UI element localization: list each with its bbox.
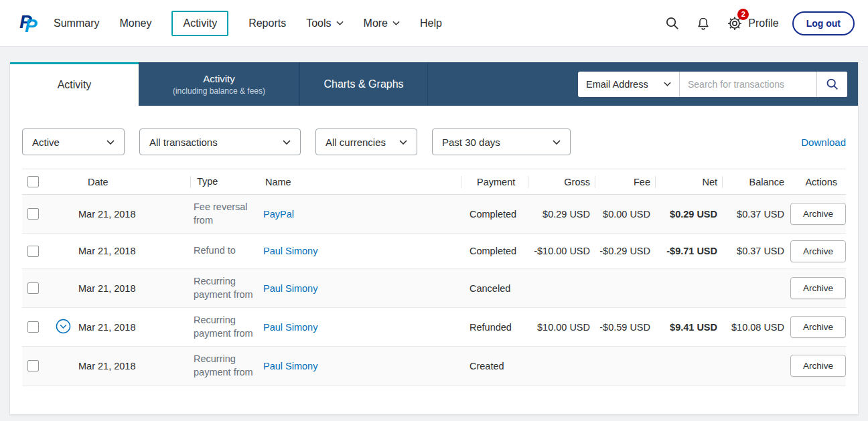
chevron-down-icon: [399, 140, 407, 145]
row-type: Recurring payment from: [191, 353, 261, 379]
row-payment-status: Completed: [461, 209, 528, 220]
tab-charts-graphs[interactable]: Charts & Graphs: [299, 62, 428, 106]
chevron-down-icon: [106, 140, 115, 145]
table-body: Mar 21, 2018 Fee reversal from PayPal Co…: [22, 195, 846, 386]
table-row: Mar 21, 2018 Fee reversal from PayPal Co…: [22, 195, 846, 234]
transaction-type-dropdown[interactable]: All transactions: [139, 129, 301, 155]
select-all-checkbox[interactable]: [27, 176, 39, 187]
row-fee: $0.00 USD: [595, 209, 656, 220]
profile-link[interactable]: Profile: [748, 17, 778, 29]
currency-filter-value: All currencies: [326, 137, 386, 148]
currency-filter-dropdown[interactable]: All currencies: [315, 129, 417, 155]
tab-activity-fees-sublabel: (including balance & fees): [173, 86, 265, 96]
nav-item-more[interactable]: More: [364, 17, 400, 29]
chevron-down-icon: [553, 140, 561, 145]
col-header-net: Net: [656, 177, 723, 187]
expand-row-icon[interactable]: [56, 319, 71, 334]
col-header-actions: Actions: [790, 177, 846, 187]
archive-button[interactable]: Archive: [790, 203, 846, 225]
chevron-down-icon: [664, 82, 671, 86]
row-name-link[interactable]: Paul Simony: [263, 322, 317, 333]
row-name-link[interactable]: PayPal: [263, 209, 294, 220]
nav-item-summary[interactable]: Summary: [54, 17, 99, 29]
row-name-link[interactable]: Paul Simony: [263, 361, 317, 371]
activity-tabbar: Activity Activity (including balance & f…: [10, 62, 858, 106]
paypal-logo-icon[interactable]: P P: [19, 11, 42, 36]
row-checkbox[interactable]: [27, 208, 39, 220]
transactions-table: Date Type Name Payment Gross Fee Net Bal…: [22, 169, 846, 386]
archive-button[interactable]: Archive: [790, 316, 846, 338]
nav-item-tools[interactable]: Tools: [306, 17, 343, 29]
row-gross: $10.00 USD: [528, 322, 595, 333]
transaction-search-input[interactable]: [680, 72, 816, 97]
search-icon[interactable]: [663, 14, 681, 32]
col-header-balance: Balance: [723, 177, 790, 187]
row-checkbox[interactable]: [27, 360, 39, 371]
row-net: $0.29 USD: [656, 209, 723, 220]
table-row: Mar 21, 2018 Refund to Paul Simony Compl…: [22, 234, 846, 269]
archive-button[interactable]: Archive: [790, 355, 846, 377]
chevron-down-icon: [336, 21, 344, 25]
transaction-search-button[interactable]: [816, 72, 847, 97]
tab-activity[interactable]: Activity: [10, 62, 139, 106]
col-header-gross: Gross: [528, 177, 595, 187]
table-row: Mar 21, 2018 Recurring payment from Paul…: [22, 308, 846, 347]
search-field-selector-label: Email Address: [586, 79, 648, 90]
logout-button[interactable]: Log out: [792, 11, 855, 35]
tab-activity-fees-label: Activity: [203, 73, 235, 84]
tab-charts-label: Charts & Graphs: [323, 78, 403, 90]
row-balance: $10.08 USD: [723, 322, 790, 333]
row-gross: $0.29 USD: [528, 209, 595, 220]
chevron-down-icon: [283, 140, 291, 145]
search-field-selector[interactable]: Email Address: [578, 72, 680, 97]
notification-badge: 2: [737, 9, 749, 20]
transaction-type-value: All transactions: [149, 137, 218, 148]
nav-item-activity[interactable]: Activity: [171, 11, 228, 36]
nav-item-more-label: More: [364, 17, 388, 29]
date-range-dropdown[interactable]: Past 30 days: [432, 129, 571, 155]
transaction-search-group: Email Address: [578, 72, 847, 97]
download-link[interactable]: Download: [801, 137, 846, 148]
filter-bar: Active All transactions All currencies P…: [10, 106, 858, 155]
row-type: Recurring payment from: [191, 275, 261, 301]
row-date: Mar 21, 2018: [76, 246, 191, 256]
nav-item-tools-label: Tools: [306, 17, 331, 29]
tab-activity-label: Activity: [58, 79, 92, 91]
table-header-row: Date Type Name Payment Gross Fee Net Bal…: [22, 169, 846, 195]
nav-item-money[interactable]: Money: [119, 17, 151, 29]
col-header-name: Name: [261, 177, 461, 187]
top-navigation: P P Summary Money Activity Reports Tools…: [0, 0, 868, 47]
activity-card: Activity Activity (including balance & f…: [9, 62, 859, 415]
row-checkbox[interactable]: [27, 321, 39, 333]
row-fee: -$0.29 USD: [595, 246, 656, 256]
svg-text:P: P: [25, 15, 38, 36]
archive-button[interactable]: Archive: [790, 277, 846, 299]
row-net: -$9.71 USD: [656, 246, 723, 256]
bell-icon[interactable]: [695, 15, 712, 32]
row-payment-status: Completed: [461, 246, 528, 256]
row-name-link[interactable]: Paul Simony: [263, 283, 317, 294]
col-header-type: Type: [191, 175, 261, 189]
row-date: Mar 21, 2018: [76, 209, 191, 220]
table-row: Mar 21, 2018 Recurring payment from Paul…: [22, 269, 846, 308]
row-date: Mar 21, 2018: [76, 361, 191, 371]
row-payment-status: Created: [461, 361, 528, 371]
status-filter-dropdown[interactable]: Active: [22, 129, 125, 155]
row-fee: -$0.59 USD: [595, 322, 656, 333]
row-type: Recurring payment from: [191, 314, 261, 340]
row-type: Refund to: [191, 244, 261, 258]
row-balance: $0.37 USD: [723, 209, 790, 220]
nav-item-reports[interactable]: Reports: [248, 17, 286, 29]
row-checkbox[interactable]: [27, 282, 39, 294]
tab-activity-balance-fees[interactable]: Activity (including balance & fees): [139, 62, 299, 106]
row-net: $9.41 USD: [656, 322, 723, 333]
archive-button[interactable]: Archive: [790, 240, 846, 262]
row-gross: -$10.00 USD: [528, 246, 595, 256]
col-header-date: Date: [76, 177, 191, 187]
row-date: Mar 21, 2018: [76, 322, 191, 333]
row-checkbox[interactable]: [27, 246, 39, 257]
nav-item-help[interactable]: Help: [420, 17, 442, 29]
page-body: Activity Activity (including balance & f…: [0, 62, 868, 415]
row-date: Mar 21, 2018: [76, 283, 191, 294]
row-name-link[interactable]: Paul Simony: [263, 246, 317, 256]
